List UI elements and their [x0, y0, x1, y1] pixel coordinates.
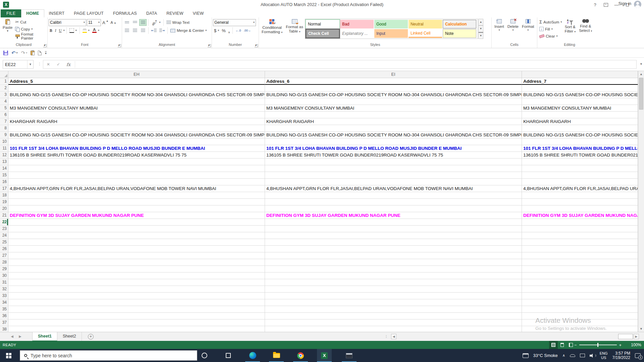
excel-taskbar-button[interactable]: X	[317, 349, 332, 362]
row-header-1[interactable]: 1	[0, 78, 8, 85]
tab-scroll-divider[interactable]: ⁞	[386, 335, 387, 339]
cortana-button[interactable]	[197, 349, 212, 362]
cell-r26-c2[interactable]	[265, 246, 522, 252]
file-explorer-button[interactable]	[269, 349, 284, 362]
cell-r32-c1[interactable]	[8, 286, 265, 293]
cell-r8-c3[interactable]	[522, 125, 638, 132]
increase-indent-button[interactable]: ⇥	[158, 27, 166, 34]
ribbon-tab-data[interactable]: DATA	[142, 9, 162, 17]
cell-style-neutral[interactable]: Neutral	[409, 20, 442, 28]
cell-r24-c1[interactable]	[8, 232, 265, 239]
cell-r10-c2[interactable]	[265, 138, 522, 145]
cell-r5-c2[interactable]: M3 MANGEMENY CONSULTANY MUMBAI	[265, 105, 522, 112]
merge-center-button[interactable]: Merge & Center▾	[169, 27, 208, 34]
enter-icon[interactable]: ✓	[53, 62, 63, 67]
cell-r23-c3[interactable]	[522, 226, 638, 232]
row-header-21[interactable]: 21	[0, 212, 8, 219]
cell-r29-c3[interactable]	[522, 266, 638, 273]
cell-r4-c2[interactable]	[265, 98, 522, 105]
cell-r26-c3[interactable]	[522, 246, 638, 252]
cell-r37-c2[interactable]	[265, 319, 522, 326]
cell-r36-c1[interactable]	[8, 313, 265, 319]
row-header-10[interactable]: 10	[0, 138, 8, 145]
cell-style-linked-cell[interactable]: Linked Cell	[409, 29, 442, 38]
cell-r20-c2[interactable]	[265, 205, 522, 212]
cell-r1-c1[interactable]: Address_5	[8, 78, 265, 85]
cell-r33-c2[interactable]	[265, 293, 522, 299]
cell-r7-c2[interactable]: KHARGHAR RAIGARH	[265, 118, 522, 125]
chrome-button[interactable]	[293, 349, 308, 362]
bottom-align-button[interactable]	[139, 19, 147, 26]
column-header-EI[interactable]: EI	[265, 71, 522, 78]
cell-r18-c1[interactable]	[8, 192, 265, 199]
cell-r9-c2[interactable]: BUILDING NO-G/15 GANESH CO-OP HOUSING SO…	[265, 132, 522, 138]
cut-button[interactable]: ✂Cut	[14, 18, 46, 25]
language-indicator[interactable]: ENG US	[600, 351, 608, 360]
hscroll-right-icon[interactable]: ▶	[634, 334, 639, 339]
expand-formula-bar-icon[interactable]: ▼	[640, 62, 643, 66]
sheet-prev-icon[interactable]: ◀	[9, 332, 15, 341]
qat-new-button[interactable]	[38, 51, 42, 55]
cell-r35-c1[interactable]	[8, 306, 265, 313]
save-button[interactable]	[3, 51, 8, 55]
name-box[interactable]: EE22 ▼	[3, 60, 34, 69]
cell-style-check-cell[interactable]: Check Cell	[306, 29, 339, 38]
cell-r28-c2[interactable]	[265, 259, 522, 266]
gallery-up-icon[interactable]: ▲	[478, 19, 483, 25]
font-dialog-launcher[interactable]: ◥	[118, 44, 121, 47]
cell-r11-c3[interactable]: 101 FLR 1ST 3/4 LOHA BHAVAN BUILDING P D…	[522, 145, 638, 152]
ribbon-tab-home[interactable]: HOME	[21, 9, 44, 17]
redo-button[interactable]: ↷▾	[21, 51, 28, 55]
insert-function-icon[interactable]: fx	[63, 62, 73, 67]
cell-r10-c3[interactable]	[522, 138, 638, 145]
task-view-button[interactable]	[221, 349, 235, 362]
cell-style-good[interactable]: Good	[374, 20, 408, 28]
cell-r18-c3[interactable]	[522, 192, 638, 199]
increase-decimal-button[interactable]: ←.0	[234, 27, 242, 34]
cell-r13-c2[interactable]	[265, 159, 522, 165]
start-button[interactable]	[0, 349, 20, 362]
number-dialog-launcher[interactable]: ◥	[255, 44, 258, 47]
row-header-13[interactable]: 13	[0, 159, 8, 165]
cell-r16-c1[interactable]	[8, 179, 265, 185]
cell-r35-c3[interactable]	[522, 306, 638, 313]
row-header-16[interactable]: 16	[0, 179, 8, 185]
cell-r33-c1[interactable]	[8, 293, 265, 299]
cell-r29-c1[interactable]	[8, 266, 265, 273]
cell-r28-c1[interactable]	[8, 259, 265, 266]
clear-button[interactable]: Clear▾	[538, 33, 563, 40]
cell-r14-c1[interactable]	[8, 165, 265, 172]
zoom-out-icon[interactable]: −	[574, 343, 577, 348]
grow-font-button[interactable]: A▲	[102, 19, 109, 26]
cell-r29-c2[interactable]	[265, 266, 522, 273]
cell-r6-c1[interactable]	[8, 112, 265, 118]
action-center-icon[interactable]: 1	[635, 353, 641, 358]
cell-r31-c3[interactable]	[522, 279, 638, 286]
autosum-button[interactable]: ΣAutoSum▾	[538, 18, 563, 25]
cell-r17-c2[interactable]: 4,BHUSHAN APPT,GRN FLOR FLR,JASAI,BELPAD…	[265, 185, 522, 192]
cell-style-normal[interactable]: Normal	[306, 20, 339, 28]
cell-r34-c1[interactable]	[8, 299, 265, 306]
cell-r2-c2[interactable]	[265, 85, 522, 92]
cell-r27-c3[interactable]	[522, 252, 638, 259]
ribbon-display-options-icon[interactable]: ˄	[601, 1, 610, 9]
row-header-22[interactable]: 22	[0, 219, 8, 226]
qat-paste-button[interactable]	[31, 51, 35, 55]
cell-r10-c1[interactable]	[8, 138, 265, 145]
sort-filter-button[interactable]: AZ Sort & Filter ▾	[563, 18, 577, 42]
cell-r2-c3[interactable]	[522, 85, 638, 92]
sheet-tab-sheet1[interactable]: Sheet1	[32, 332, 57, 341]
taskbar-search[interactable]: Type here to search	[20, 350, 197, 361]
cell-r15-c1[interactable]	[8, 172, 265, 179]
vertical-scrollbar[interactable]: ▲ ▼	[638, 71, 644, 332]
percent-style-button[interactable]: %	[221, 27, 227, 34]
avatar[interactable]	[634, 1, 641, 8]
news-icon[interactable]	[523, 353, 529, 358]
row-header-34[interactable]: 34	[0, 299, 8, 306]
scroll-up-icon[interactable]: ▲	[638, 71, 644, 77]
row-header-37[interactable]: 37	[0, 319, 8, 326]
cell-r14-c3[interactable]	[522, 165, 638, 172]
cell-r13-c1[interactable]	[8, 159, 265, 165]
cell-r11-c2[interactable]: 101 FLR 1ST 3/4 LOHA BHAVAN BUILDING P D…	[265, 145, 522, 152]
cell-r12-c2[interactable]: 136105 B SHREE SHRUTI TOWER GOAD BUNDER0…	[265, 152, 522, 159]
